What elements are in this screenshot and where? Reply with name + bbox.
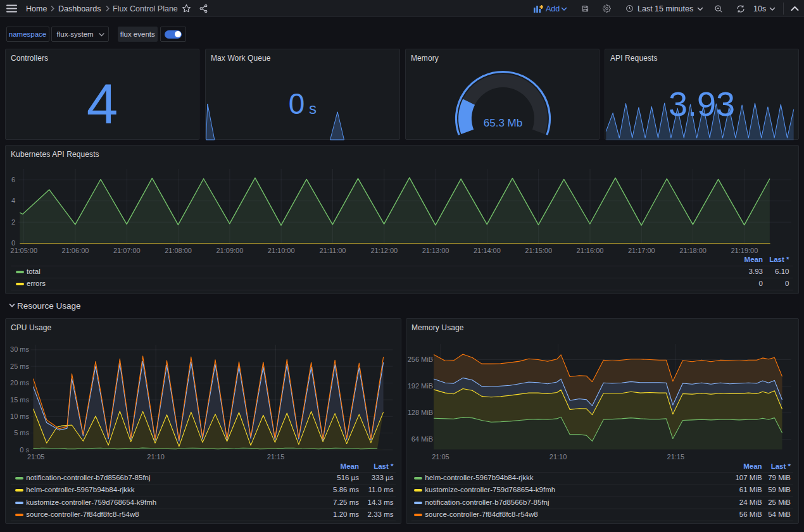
svg-text:64 MiB: 64 MiB [411, 435, 433, 443]
svg-text:21:15:00: 21:15:00 [525, 247, 552, 254]
svg-text:21:14:00: 21:14:00 [474, 247, 501, 254]
svg-text:21:10: 21:10 [550, 453, 567, 461]
svg-text:21:11:00: 21:11:00 [319, 247, 346, 254]
svg-text:21:06:00: 21:06:00 [62, 247, 89, 254]
svg-text:21:08:00: 21:08:00 [165, 247, 192, 254]
svg-text:128 MiB: 128 MiB [408, 409, 433, 416]
svg-text:0: 0 [11, 239, 15, 247]
svg-text:21:15: 21:15 [667, 453, 685, 461]
svg-text:5 ms: 5 ms [14, 429, 29, 436]
svg-text:21:07:00: 21:07:00 [113, 247, 141, 254]
svg-text:21:10: 21:10 [147, 453, 165, 461]
svg-text:192 MiB: 192 MiB [408, 382, 433, 390]
svg-text:65.3 Mb: 65.3 Mb [484, 117, 522, 129]
svg-text:10 ms: 10 ms [10, 412, 29, 420]
svg-text:30 ms: 30 ms [10, 345, 29, 353]
svg-text:20 ms: 20 ms [10, 379, 29, 387]
svg-text:2: 2 [11, 218, 15, 226]
svg-text:21:05: 21:05 [27, 453, 45, 461]
svg-text:256 MiB: 256 MiB [408, 356, 433, 363]
svg-text:21:15: 21:15 [267, 453, 285, 461]
svg-text:4: 4 [11, 197, 15, 204]
svg-text:21:13:00: 21:13:00 [422, 247, 449, 254]
svg-text:21:10:00: 21:10:00 [268, 247, 295, 254]
svg-text:21:12:00: 21:12:00 [370, 247, 398, 254]
svg-text:15 ms: 15 ms [10, 396, 29, 404]
svg-text:21:16:00: 21:16:00 [577, 247, 604, 254]
svg-text:21:18:00: 21:18:00 [679, 247, 707, 254]
svg-text:21:09:00: 21:09:00 [216, 247, 243, 254]
svg-text:6: 6 [11, 176, 15, 183]
svg-text:25 ms: 25 ms [10, 362, 29, 370]
svg-text:21:17:00: 21:17:00 [628, 247, 655, 254]
svg-text:21:19:00: 21:19:00 [731, 247, 758, 254]
svg-text:21:05: 21:05 [432, 453, 449, 461]
svg-text:21:05:00: 21:05:00 [10, 247, 37, 254]
